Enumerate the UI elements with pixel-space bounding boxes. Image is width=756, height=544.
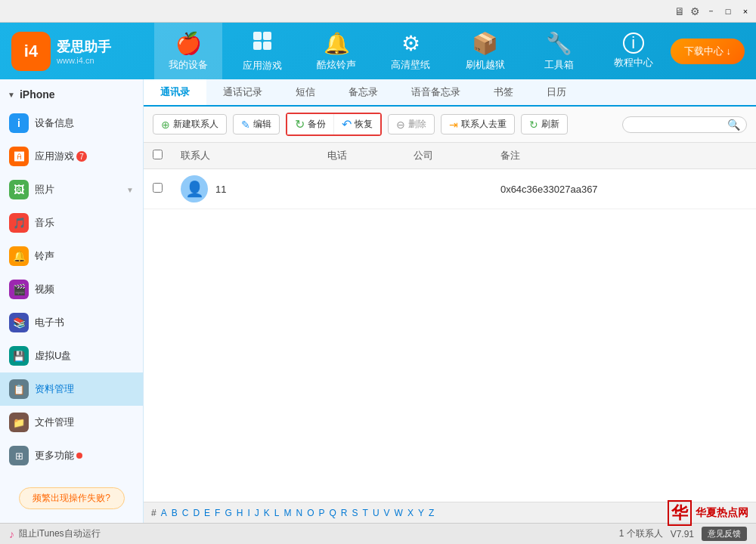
alpha-V[interactable]: V <box>384 508 390 518</box>
row-checkbox[interactable] <box>153 183 163 193</box>
tab-voice-memo[interactable]: 语音备忘录 <box>395 79 477 107</box>
alpha-C[interactable]: C <box>182 508 189 518</box>
backup-button[interactable]: ↻ 备份 <box>287 114 334 134</box>
delete-icon: ⊖ <box>396 119 405 131</box>
sidebar-item-file-manage[interactable]: 📁 文件管理 <box>0 406 143 439</box>
itunes-icon: ♪ <box>9 528 14 540</box>
sidebar-item-video-label: 视频 <box>35 283 54 296</box>
search-wrap[interactable]: 🔍 <box>622 116 747 133</box>
nav-toolbox[interactable]: 🔧 工具箱 <box>525 23 593 79</box>
content-area: 通讯录 通话记录 短信 备忘录 语音备忘录 书签 日历 ⊕ 新建联系人 ✎ 编辑… <box>144 79 756 523</box>
logo-symbol: i4 <box>24 42 38 61</box>
add-icon: ⊕ <box>161 119 170 131</box>
info-icon: i <box>623 32 644 54</box>
nav-wallpaper[interactable]: ⚙ 高清壁纸 <box>376 23 445 79</box>
alpha-B[interactable]: B <box>172 508 178 518</box>
alpha-G[interactable]: G <box>225 508 231 518</box>
help-button[interactable]: 频繁出现操作失败? <box>19 487 125 509</box>
alpha-F[interactable]: F <box>215 508 220 518</box>
nav-jailbreak[interactable]: 📦 刷机越狱 <box>451 23 519 79</box>
settings-icon: ⚙ <box>690 5 700 17</box>
app-games-badge: 7 <box>76 151 87 162</box>
export-icon: ⇥ <box>449 119 458 131</box>
new-contact-button[interactable]: ⊕ 新建联系人 <box>153 114 227 134</box>
restore-button[interactable]: ↶ 恢复 <box>334 114 380 134</box>
search-input[interactable] <box>629 119 727 130</box>
alpha-U[interactable]: U <box>373 508 380 518</box>
alpha-K[interactable]: K <box>264 508 270 518</box>
ringtones-icon: 🔔 <box>9 246 29 266</box>
tab-sms[interactable]: 短信 <box>279 79 332 107</box>
alpha-A[interactable]: A <box>161 508 167 518</box>
nav-ringtones-label: 酷炫铃声 <box>317 58 356 72</box>
nav-tutorials[interactable]: i 教程中心 <box>600 23 668 79</box>
statusbar-right: 1 个联系人 V7.91 意见反馈 <box>619 527 747 541</box>
alpha-Z[interactable]: Z <box>429 508 434 518</box>
backup-icon: ↻ <box>295 117 305 131</box>
sidebar-item-music-label: 音乐 <box>35 216 54 230</box>
main-area: ▼ iPhone i 设备信息 🅰 应用游戏 7 <box>0 79 756 523</box>
delete-button[interactable]: ⊖ 删除 <box>388 114 435 134</box>
sidebar-item-data-manage[interactable]: 📋 资料管理 <box>0 372 143 406</box>
sidebar-item-ebook[interactable]: 📚 电子书 <box>0 306 143 339</box>
alpha-I[interactable]: I <box>247 508 249 518</box>
alpha-M[interactable]: M <box>284 508 291 518</box>
download-center-button[interactable]: 下载中心 ↓ <box>671 39 745 64</box>
minimize-button[interactable]: － <box>704 5 717 18</box>
new-contact-label: 新建联系人 <box>173 118 218 131</box>
sidebar-item-more-features[interactable]: ⊞ 更多功能 <box>0 439 143 472</box>
sidebar-item-device-info[interactable]: i 设备信息 <box>0 107 143 140</box>
tab-notes[interactable]: 备忘录 <box>332 79 395 107</box>
edit-button[interactable]: ✎ 编辑 <box>233 114 280 134</box>
alpha-L[interactable]: L <box>274 508 280 518</box>
titlebar: 🖥 ⚙ － □ × <box>0 0 756 23</box>
col-check <box>144 143 172 169</box>
alpha-D[interactable]: D <box>193 508 200 518</box>
alpha-E[interactable]: E <box>204 508 210 518</box>
sidebar-item-music[interactable]: 🎵 音乐 <box>0 206 143 240</box>
alpha-X[interactable]: X <box>407 508 414 518</box>
table-row: 👤 11 0x64c36e33027aa367 <box>144 169 756 209</box>
close-button[interactable]: × <box>739 5 752 18</box>
refresh-button[interactable]: ↻ 刷新 <box>521 114 568 134</box>
alpha-Y[interactable]: Y <box>418 508 424 518</box>
svg-rect-2 <box>253 42 262 50</box>
tab-bookmarks[interactable]: 书签 <box>477 79 530 107</box>
sidebar-item-app-games[interactable]: 🅰 应用游戏 7 <box>0 140 143 173</box>
alpha-N[interactable]: N <box>296 508 302 518</box>
header: i4 爱思助手 www.i4.cn 🍎 我的设备 应用游戏 🔔 酷炫铃声 ⚙ 高… <box>0 23 756 79</box>
feedback-button[interactable]: 意见反馈 <box>702 527 747 541</box>
nav-my-device[interactable]: 🍎 我的设备 <box>154 23 222 79</box>
sidebar-item-app-games-label: 应用游戏 <box>35 150 74 163</box>
alpha-hash[interactable]: # <box>151 508 156 518</box>
alpha-S[interactable]: S <box>352 508 358 518</box>
sidebar-item-more-features-label: 更多功能 <box>35 449 74 462</box>
alpha-P[interactable]: P <box>319 508 325 518</box>
alpha-Q[interactable]: Q <box>330 508 336 518</box>
tab-contacts[interactable]: 通讯录 <box>144 79 206 107</box>
sidebar-item-video[interactable]: 🎬 视频 <box>0 273 143 306</box>
nav-ringtones[interactable]: 🔔 酷炫铃声 <box>302 23 370 79</box>
sidebar-item-ringtones[interactable]: 🔔 铃声 <box>0 240 143 273</box>
select-all-checkbox[interactable] <box>153 150 163 159</box>
nav-app-games[interactable]: 应用游戏 <box>228 23 296 79</box>
svg-rect-1 <box>263 32 271 40</box>
maximize-button[interactable]: □ <box>721 5 735 18</box>
alpha-R[interactable]: R <box>341 508 348 518</box>
tab-call-log[interactable]: 通话记录 <box>206 79 279 107</box>
alpha-J[interactable]: J <box>255 508 259 518</box>
alpha-O[interactable]: O <box>307 508 314 518</box>
sidebar-item-virtual-udisk[interactable]: 💾 虚拟U盘 <box>0 339 143 372</box>
alpha-W[interactable]: W <box>395 508 403 518</box>
tab-calendar[interactable]: 日历 <box>530 79 583 107</box>
logo-box: i4 <box>11 32 51 71</box>
nav-wallpaper-label: 高清壁纸 <box>391 58 430 72</box>
sidebar-item-device-info-label: 设备信息 <box>35 116 74 130</box>
alpha-H[interactable]: H <box>237 508 243 518</box>
sidebar-item-photos[interactable]: 🖼 照片 ▼ <box>0 173 143 206</box>
alpha-T[interactable]: T <box>363 508 368 518</box>
row-checkbox-cell[interactable] <box>144 169 172 209</box>
export-contact-button[interactable]: ⇥ 联系人去重 <box>441 114 515 134</box>
logo-cn: 爱思助手 <box>57 38 111 56</box>
bell-icon: 🔔 <box>324 31 350 56</box>
